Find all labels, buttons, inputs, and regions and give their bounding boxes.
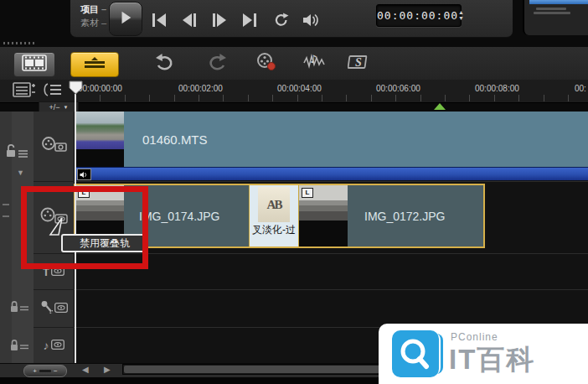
video-audio-strip[interactable] [75,167,588,180]
add-remove-label: +/− [49,104,60,112]
undo-button[interactable] [154,54,176,74]
video-clip-thumbnail-under [75,149,124,167]
it-baike-logo-icon [392,330,439,377]
voice-track-header[interactable] [34,290,74,328]
options-panel-fragment [523,0,588,35]
ruler-tick-marks [75,95,588,101]
overlay2-thumbnail-under [299,221,348,246]
storyboard-icon [22,54,47,75]
scroll-right-button[interactable]: ▶ [104,365,111,375]
chevron-down-icon: ▼ [17,169,24,177]
zoom-out-icon: − [54,368,58,375]
cue-marker[interactable] [434,103,446,110]
go-to-end-button[interactable] [238,8,261,32]
redo-icon [207,53,227,75]
timeline-scrollbar-thumb[interactable] [124,366,380,373]
video-clip-label: 01460.MTS [124,132,208,147]
annotation-highlight-box [21,186,148,269]
audio-mute-chip[interactable] [77,169,91,180]
playhead-handle[interactable] [69,80,83,98]
collapse-arrow-button[interactable]: ▼ [17,169,24,177]
project-mode-label[interactable]: 项目– [80,4,106,14]
overlay2-clip-label: IMG_0172.JPG [364,185,446,246]
timeline-view-button[interactable] [70,52,119,77]
zoom-slider[interactable] [39,370,51,372]
watermark-title: IT百科 [449,341,535,379]
track-manager-button[interactable] [13,81,35,101]
previous-frame-button[interactable] [178,8,201,32]
play-icon [118,10,133,29]
track-divider [74,181,588,182]
unlock-ripple-button[interactable] [3,142,30,163]
undo-icon [155,53,175,75]
music-track-lock-button[interactable] [8,338,30,356]
redo-button[interactable] [206,54,228,74]
next-frame-button[interactable] [208,8,231,32]
clip-mode-label[interactable]: 素材– [80,18,106,28]
play-button[interactable] [109,2,142,36]
logo-page-fold [434,334,443,374]
track-manager-icon [13,81,36,101]
ruler-tick-label: 00: [575,84,586,93]
music-track-header[interactable]: ♪ [34,328,74,362]
illegible-text-mark [534,12,570,14]
frame-forward-icon [211,12,228,29]
timecode-value: 00:00:00:00 [377,9,458,22]
video-clip-thumbnail[interactable] [75,112,124,149]
smart-sound-button[interactable]: S [348,54,370,74]
auto-music-button[interactable]: ♪ [303,54,325,74]
track-divider [74,253,588,254]
project-radio-mark: – [101,4,106,14]
spinner-down-icon: ▼ [458,16,464,21]
panel-header-strip [529,0,588,4]
microphone-icon [40,300,53,317]
scroll-left-button[interactable]: ◀ [82,365,89,375]
playback-control-panel: 项目– 素材– 00:00:00:00 ▲▼ [70,0,513,38]
frame-back-icon [181,12,198,29]
ruler-tick-label: 00:00:02:00 [178,84,223,93]
grip-mark [3,204,9,205]
svg-text:♪: ♪ [310,53,317,65]
speaker-icon [80,167,89,182]
track-list-button[interactable] [42,81,64,101]
repeat-icon [273,12,290,29]
ruler-tick-label: 00:00:06:00 [376,84,420,93]
music-track-icon: ♪ [44,340,49,351]
ruler-tick-label: 00:00:00:00 [78,84,122,93]
storyboard-view-button[interactable] [13,52,55,77]
ruler-tick-label: 00:00:08:00 [475,84,519,93]
clip-radio-mark: – [101,18,106,28]
illegible-text-mark [536,8,566,10]
landscape-badge: L [302,188,313,198]
volume-icon [302,12,318,29]
film-reel-record-icon [255,52,277,75]
timeline-view-icon [83,55,106,74]
timecode-spinner[interactable]: ▲▼ [458,10,467,21]
transition-thumbnail: AB [258,187,290,222]
skip-start-icon [151,12,168,29]
video-track-header[interactable] [34,112,74,182]
eye-badge-icon [51,338,64,353]
track-list-icon [43,81,63,101]
voice-track-lock-button[interactable] [8,299,30,318]
repeat-button[interactable] [270,8,293,32]
timecode-field[interactable]: 00:00:00:00 ▲▼ [376,4,462,27]
video-clip[interactable]: 01460.MTS [124,112,588,167]
overlay1-clip-label: IMG_0174.JPG [139,185,220,246]
ruler-tick-label: 00:00:04:00 [277,84,322,93]
watermark-panel: PConline IT百科 [379,324,588,384]
svg-text:S: S [355,56,362,69]
record-capture-button[interactable] [255,54,277,74]
video-editor-window: 项目– 素材– 00:00:00:00 ▲▼ [0,0,588,384]
volume-button[interactable] [298,8,322,32]
panel-resize-grip[interactable] [3,42,37,44]
skip-end-icon [241,12,258,29]
transition-label: 叉淡化-过 [249,223,299,237]
timeline-zoom-control[interactable]: + − [23,365,67,377]
music-waveform-icon: ♪ [302,53,326,75]
go-to-start-button[interactable] [147,8,171,32]
grip-mark [3,215,9,217]
timeline-toolbar: ♪ S [0,47,588,80]
track-divider [74,289,588,290]
smart-sound-icon: S [348,53,371,75]
